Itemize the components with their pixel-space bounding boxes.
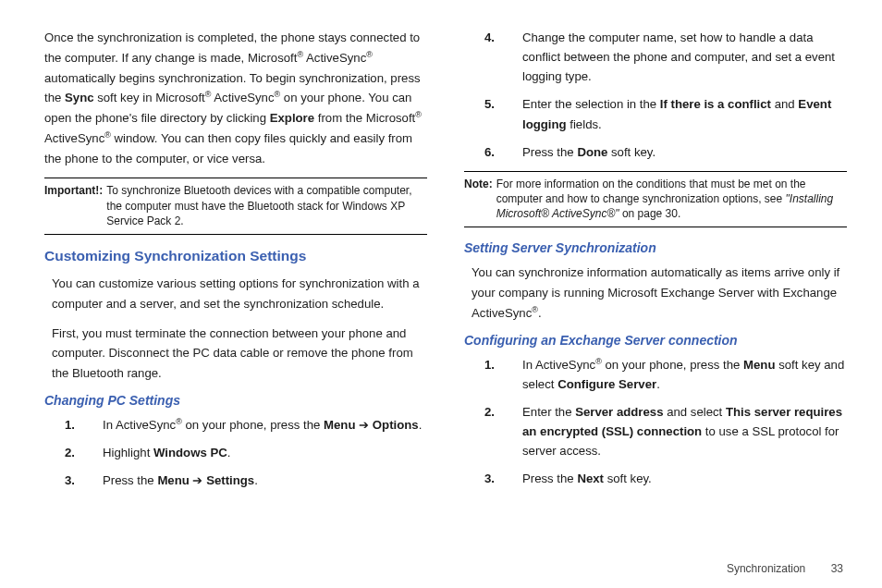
important-text: To synchronize Bluetooth devices with a … [106, 183, 427, 228]
step-item: 3.Press the Menu ➔ Settings. [44, 471, 427, 490]
step-item: 1.In ActiveSync® on your phone, press th… [44, 415, 427, 435]
step-item: 2.Highlight Windows PC. [44, 443, 427, 462]
footer-page-number: 33 [831, 562, 843, 575]
step-number: 1. [65, 415, 100, 435]
section-heading: Customizing Synchronization Settings [44, 248, 427, 264]
subsection-heading: Changing PC Settings [44, 393, 427, 408]
step-text: In ActiveSync® on your phone, press the … [522, 355, 847, 394]
page-footer: Synchronization 33 [727, 562, 843, 575]
intro-paragraph: Once the synchronization is completed, t… [44, 28, 427, 168]
subsection-heading: Setting Server Synchronization [464, 240, 847, 255]
two-column-layout: Once the synchronization is completed, t… [44, 28, 847, 545]
pc-settings-steps-continued: 4.Change the computer name, set how to h… [464, 28, 847, 162]
exchange-steps: 1.In ActiveSync® on your phone, press th… [464, 355, 847, 489]
step-number: 5. [484, 94, 520, 133]
step-text: Change the computer name, set how to han… [522, 28, 847, 86]
step-number: 1. [484, 355, 520, 394]
step-number: 2. [65, 443, 100, 462]
step-number: 2. [484, 402, 520, 460]
customize-paragraph-2: First, you must terminate the connection… [52, 324, 427, 384]
step-text: Press the Done soft key. [522, 142, 847, 162]
subsection-heading: Configuring an Exchange Server connectio… [464, 333, 847, 348]
step-number: 4. [484, 28, 520, 86]
step-item: 3.Press the Next soft key. [464, 469, 847, 488]
step-text: Press the Menu ➔ Settings. [103, 471, 427, 490]
note-label: Note: [464, 177, 493, 222]
step-text: Enter the selection in the If there is a… [522, 94, 847, 133]
step-item: 5.Enter the selection in the If there is… [464, 94, 847, 133]
step-number: 6. [484, 142, 520, 162]
step-number: 3. [484, 469, 520, 488]
note-callout: Note: For more information on the condit… [464, 171, 847, 228]
server-sync-paragraph: You can synchronize information automati… [472, 263, 847, 323]
step-item: 6.Press the Done soft key. [464, 142, 847, 162]
step-item: 1.In ActiveSync® on your phone, press th… [464, 355, 847, 394]
customize-paragraph-1: You can customize various setting option… [52, 274, 427, 314]
step-item: 2.Enter the Server address and select Th… [464, 402, 847, 460]
footer-section: Synchronization [727, 562, 805, 575]
right-column: 4.Change the computer name, set how to h… [464, 28, 847, 545]
step-text: Highlight Windows PC. [103, 443, 427, 462]
step-number: 3. [65, 471, 100, 490]
step-text: Press the Next soft key. [522, 469, 847, 488]
important-callout: Important!: To synchronize Bluetooth dev… [44, 178, 427, 235]
pc-settings-steps: 1.In ActiveSync® on your phone, press th… [44, 415, 427, 490]
note-text: For more information on the conditions t… [496, 177, 847, 222]
left-column: Once the synchronization is completed, t… [44, 28, 427, 545]
step-text: Enter the Server address and select This… [522, 402, 847, 460]
step-item: 4.Change the computer name, set how to h… [464, 28, 847, 86]
important-label: Important!: [44, 183, 103, 228]
step-text: In ActiveSync® on your phone, press the … [103, 415, 427, 435]
